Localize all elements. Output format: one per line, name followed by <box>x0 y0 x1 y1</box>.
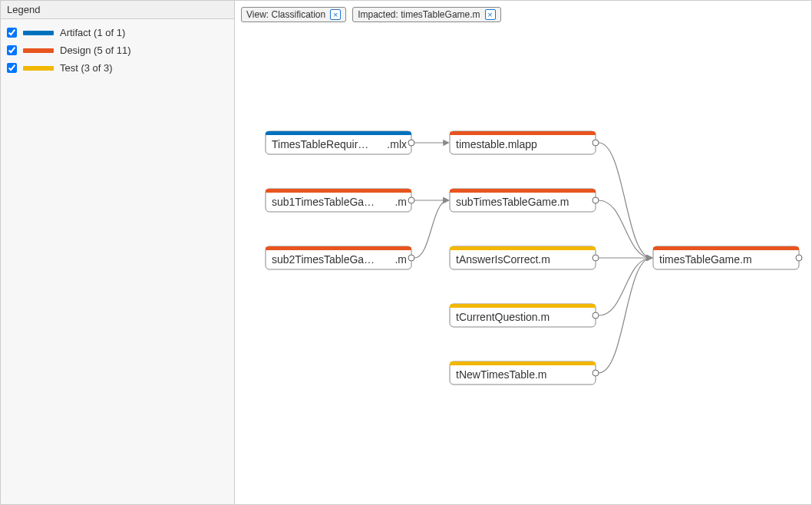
graph-node[interactable]: timestable.mlapp <box>450 131 599 154</box>
close-icon[interactable]: × <box>330 9 341 20</box>
node-label: timesTableGame.m <box>659 253 752 266</box>
svg-rect-20 <box>450 306 596 309</box>
node-label: sub1TimesTableGa… <box>272 196 375 208</box>
svg-rect-17 <box>450 249 596 251</box>
graph-node[interactable]: sub1TimesTableGa….m <box>266 189 414 212</box>
app-frame: Legend Artifact (1 of 1)Design (5 of 11)… <box>0 0 812 505</box>
node-ext: .mlx <box>387 138 407 150</box>
graph-node[interactable]: sub2TimesTableGa….m <box>266 246 414 269</box>
port-out <box>592 370 599 376</box>
legend-item: Artifact (1 of 1) <box>7 24 228 41</box>
port-out <box>592 312 599 319</box>
filter-bar: View: Classification×Impacted: timesTabl… <box>241 7 501 22</box>
node-ext: .m <box>394 196 407 208</box>
node-label: TimesTableRequir… <box>272 138 368 150</box>
close-icon[interactable]: × <box>485 9 496 20</box>
legend-item: Test (3 of 3) <box>7 59 228 77</box>
svg-rect-5 <box>266 191 411 193</box>
edge <box>599 200 652 258</box>
svg-rect-11 <box>450 134 596 136</box>
graph-node[interactable]: tAnswerIsCorrect.m <box>450 246 599 269</box>
svg-rect-8 <box>266 249 411 251</box>
filter-label: View: Classification <box>246 9 325 20</box>
svg-rect-14 <box>450 191 596 193</box>
edge <box>599 143 652 258</box>
port-out <box>408 197 414 203</box>
legend-swatch <box>23 66 54 71</box>
legend-checkbox[interactable] <box>7 45 17 55</box>
legend-swatch <box>23 31 54 35</box>
svg-rect-26 <box>653 249 799 251</box>
node-label: subTimesTableGame.m <box>456 196 569 208</box>
legend-panel: Legend Artifact (1 of 1)Design (5 of 11)… <box>1 1 235 504</box>
filter-chip[interactable]: View: Classification× <box>241 7 346 22</box>
node-label: sub2TimesTableGa… <box>272 253 375 266</box>
graph-node[interactable]: timesTableGame.m <box>653 246 802 269</box>
node-label: tNewTimesTable.m <box>456 368 547 381</box>
edge <box>599 258 652 373</box>
svg-rect-23 <box>450 364 596 366</box>
legend-checkbox[interactable] <box>7 63 17 73</box>
port-out <box>408 255 414 261</box>
node-label: tCurrentQuestion.m <box>456 311 550 323</box>
edge <box>599 258 652 315</box>
graph-canvas[interactable]: View: Classification×Impacted: timesTabl… <box>235 1 811 504</box>
filter-chip[interactable]: Impacted: timesTableGame.m× <box>352 7 500 22</box>
graph-node[interactable]: tCurrentQuestion.m <box>450 304 599 327</box>
legend-label: Artifact (1 of 1) <box>60 27 125 38</box>
legend-item: Design (5 of 11) <box>7 41 228 59</box>
legend-title: Legend <box>1 1 234 19</box>
graph-node[interactable]: subTimesTableGame.m <box>450 189 599 212</box>
port-out <box>408 140 414 146</box>
port-out <box>592 255 599 261</box>
legend-label: Test (3 of 3) <box>60 62 113 74</box>
legend-checkbox[interactable] <box>7 28 17 38</box>
edge <box>414 200 448 258</box>
legend-label: Design (5 of 11) <box>60 45 131 56</box>
filter-label: Impacted: timesTableGame.m <box>358 9 480 20</box>
dependency-graph[interactable]: TimesTableRequir….mlxsub1TimesTableGa….m… <box>235 1 812 504</box>
port-out <box>592 140 599 146</box>
port-out <box>592 197 599 203</box>
node-ext: .m <box>394 253 407 266</box>
svg-rect-2 <box>266 134 411 136</box>
legend-swatch <box>23 48 54 53</box>
graph-node[interactable]: TimesTableRequir….mlx <box>266 131 414 154</box>
legend-items: Artifact (1 of 1)Design (5 of 11)Test (3… <box>1 19 234 81</box>
port-out <box>796 255 802 261</box>
node-label: tAnswerIsCorrect.m <box>456 253 550 266</box>
node-label: timestable.mlapp <box>456 138 537 150</box>
graph-node[interactable]: tNewTimesTable.m <box>450 361 599 385</box>
